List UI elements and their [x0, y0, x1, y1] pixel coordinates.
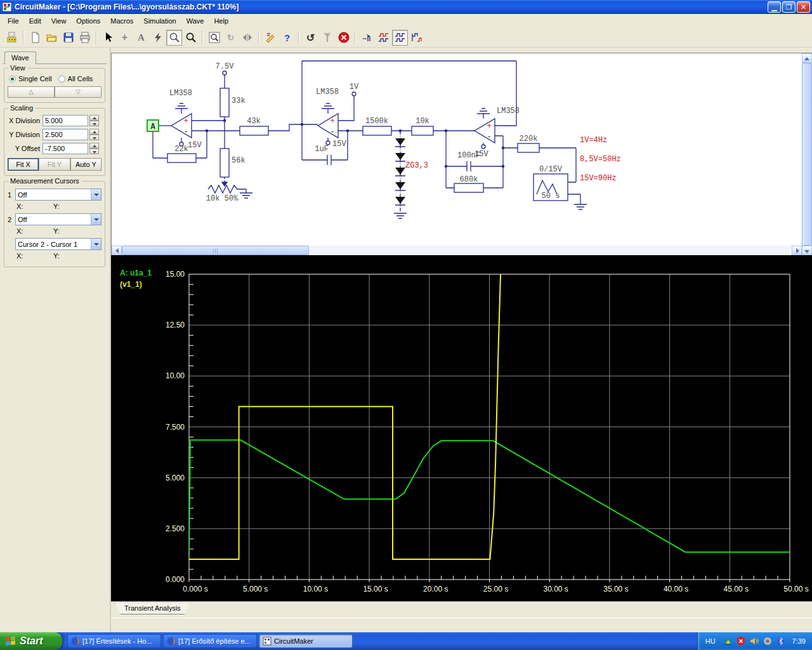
y-division-label: Y Division: [8, 131, 43, 138]
security-alert-icon[interactable]: [737, 637, 746, 646]
cell-up-button[interactable]: △: [8, 86, 55, 98]
single-cell-radio[interactable]: [9, 76, 16, 83]
menu-item-macros[interactable]: Macros: [105, 15, 138, 27]
stop-simulation-icon[interactable]: [336, 30, 351, 46]
text-tool-icon[interactable]: A: [133, 30, 149, 46]
x-division-field[interactable]: [43, 115, 88, 126]
x-axis-tick-label: 0.000 s: [183, 585, 207, 594]
minimize-button[interactable]: ▁: [768, 1, 781, 13]
cell-down-button[interactable]: ▽: [55, 86, 102, 98]
volume-icon[interactable]: [750, 637, 759, 646]
hscroll-thumb[interactable]: [122, 246, 309, 255]
chevron-down-icon[interactable]: [91, 239, 101, 249]
x-division-spin-down[interactable]: [89, 121, 99, 126]
vscroll-thumb[interactable]: [802, 63, 812, 246]
tab-wave[interactable]: Wave: [4, 51, 36, 64]
add-wire-icon[interactable]: +: [117, 30, 133, 46]
y-offset-spin-down[interactable]: [89, 149, 99, 154]
part-browser-icon[interactable]: [4, 30, 20, 46]
cursor2-select[interactable]: Off: [15, 213, 102, 225]
cursor1-y-label: Y:: [53, 202, 60, 210]
undo-icon[interactable]: ↺: [303, 30, 318, 46]
settings-wrench-icon[interactable]: [319, 30, 335, 46]
schematic-label: -: [487, 133, 491, 142]
menu-item-edit[interactable]: Edit: [24, 15, 46, 27]
cursor-diff-select[interactable]: Cursor 2 - Cursor 1: [15, 238, 102, 250]
preview-icon[interactable]: [206, 30, 222, 46]
task-button[interactable]: [17] Értesítések - Ho...: [67, 634, 161, 648]
tab-transient-analysis[interactable]: Transient Analysis: [115, 603, 190, 614]
task-label: [17] Értesítések - Ho...: [82, 637, 152, 645]
run-simulation-icon[interactable]: [150, 30, 166, 46]
schematic-hscrollbar[interactable]: [112, 246, 802, 255]
menu-item-options[interactable]: Options: [71, 15, 105, 27]
scroll-right-icon[interactable]: [792, 246, 802, 255]
x-axis-tick-label: 15.00 s: [363, 585, 388, 594]
cursor-diff-x-label: X:: [16, 252, 53, 260]
restore-button[interactable]: ❐: [782, 1, 796, 13]
graphics-icon[interactable]: [723, 637, 733, 646]
schematic-label: 0/15V: [539, 165, 563, 174]
scroll-left-icon[interactable]: [112, 246, 122, 255]
y-division-spin-down[interactable]: [89, 135, 99, 140]
toolbar-separator: [96, 30, 97, 44]
toolbar-separator: [23, 30, 24, 44]
select-arrow-icon[interactable]: [100, 30, 116, 46]
zoom-select-icon[interactable]: [166, 30, 182, 46]
menu-item-simulation[interactable]: Simulation: [138, 15, 181, 27]
language-indicator[interactable]: HU: [705, 637, 716, 645]
cursor1-select[interactable]: Off: [15, 189, 102, 201]
cursor2-y-label: Y:: [53, 227, 60, 235]
rotate-icon[interactable]: ↻: [223, 30, 239, 46]
schematic-label: 56k: [232, 156, 246, 165]
task-button[interactable]: [17] Erősítő építése e...: [163, 634, 257, 648]
y-offset-field[interactable]: [43, 143, 88, 154]
close-button[interactable]: ✕: [797, 1, 810, 13]
y-axis-tick-label: 7.500: [166, 423, 185, 432]
scroll-up-icon[interactable]: [802, 53, 812, 63]
work-area: 7.5VLM35833k43k+-15V22k56k10k 50%LM3581V…: [111, 48, 812, 632]
legend-entry: (v1_1): [120, 280, 142, 289]
menu-item-file[interactable]: File: [3, 15, 24, 27]
all-cells-radio[interactable]: [58, 76, 65, 83]
auto-y-button[interactable]: Auto Y: [70, 158, 102, 171]
task-label: CircuitMaker: [274, 637, 313, 645]
schematic-label: -: [330, 128, 334, 136]
x-division-spin-up[interactable]: [89, 115, 99, 121]
start-button[interactable]: Start: [0, 632, 62, 650]
x-axis-tick-label: 30.00 s: [544, 585, 568, 594]
help-icon[interactable]: ?: [279, 30, 295, 46]
schematic-vscrollbar[interactable]: [802, 53, 812, 255]
zoom-icon[interactable]: [183, 30, 199, 46]
firefox-icon: [71, 637, 80, 646]
menu-item-help[interactable]: Help: [209, 15, 233, 27]
edit-tool-icon[interactable]: [263, 30, 278, 46]
y-offset-spin-up[interactable]: [89, 143, 99, 149]
mixed-waveforms-icon[interactable]: [409, 30, 424, 46]
analog-waveforms-icon[interactable]: [392, 30, 408, 46]
transient-setup-icon[interactable]: [359, 30, 375, 46]
x-axis-tick-label: 35.00 s: [603, 585, 628, 594]
menu-item-wave[interactable]: Wave: [181, 15, 209, 27]
split-view-icon[interactable]: [239, 30, 255, 46]
open-file-icon[interactable]: [44, 30, 60, 46]
print-icon[interactable]: [77, 30, 93, 46]
waveform-view: 0.0002.5005.0007.50010.0012.5015.000.000…: [111, 255, 812, 601]
y-division-field[interactable]: [43, 129, 88, 140]
chevron-down-icon[interactable]: [91, 189, 101, 200]
fit-y-button[interactable]: Fit Y: [39, 158, 70, 171]
scroll-down-icon[interactable]: [802, 246, 812, 255]
device-icon[interactable]: [763, 637, 773, 646]
y-division-spin-up[interactable]: [89, 129, 99, 135]
chevron-down-icon[interactable]: [91, 214, 101, 225]
bluetooth-icon[interactable]: [776, 637, 786, 646]
digital-waveforms-icon[interactable]: [376, 30, 391, 46]
new-file-icon[interactable]: [27, 30, 43, 46]
menu-item-view[interactable]: View: [46, 15, 72, 27]
fit-x-button[interactable]: Fit X: [8, 158, 39, 171]
task-button[interactable]: CircuitMaker: [259, 634, 353, 648]
x-axis-tick-label: 50.00 s: [783, 585, 808, 594]
y-offset-label: Y Offset: [8, 145, 43, 152]
save-file-icon[interactable]: [60, 30, 76, 46]
schematic-canvas[interactable]: 7.5VLM35833k43k+-15V22k56k10k 50%LM3581V…: [112, 53, 802, 246]
